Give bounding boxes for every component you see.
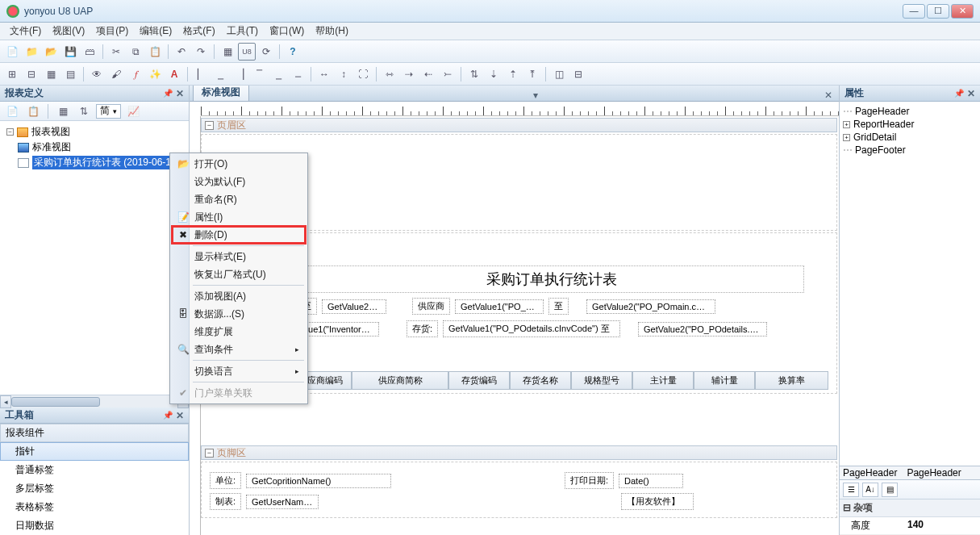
close-panel-icon[interactable]: ✕ [176,410,184,421]
maximize-button[interactable]: ☐ [927,4,949,19]
field-inventory-to[interactable]: GetValue2("PO_POdetails.c… [638,322,767,336]
foot-maker-label[interactable]: 制表: [210,493,241,510]
menu-tools[interactable]: 工具(T) [222,23,263,40]
collapse-icon[interactable]: − [6,128,14,136]
table2-icon[interactable]: ▤ [61,65,79,83]
foot-printdate-val[interactable]: Date() [619,474,683,488]
section-bar-footer[interactable]: − 页脚区 [201,445,837,460]
close-button[interactable]: ✕ [951,4,974,19]
foot-maker-val[interactable]: GetUserNam… [246,495,319,509]
menu-file[interactable]: 文件(F) [5,23,46,40]
pin-icon[interactable]: 📌 [954,89,964,98]
vspace-eq-icon[interactable]: ⇅ [465,65,483,83]
open-icon[interactable]: 📂 [42,43,60,61]
prop-alpha-icon[interactable]: A↓ [862,483,878,497]
menu-window[interactable]: 窗口(W) [265,23,309,40]
wand-icon[interactable]: ✨ [146,65,164,83]
ctx-item-查询条件[interactable]: 🔍查询条件▸ [172,341,306,358]
center-h-icon[interactable]: ◫ [550,65,568,83]
toolbox-item-multilabel[interactable]: 多层标签 [0,479,189,498]
table-icon[interactable]: ▦ [42,65,60,83]
center-v-icon[interactable]: ⊟ [569,65,587,83]
same-size-icon[interactable]: ⛶ [354,65,372,83]
del-row-icon[interactable]: ⊟ [23,65,40,83]
fn-icon[interactable]: 𝑓 [127,65,144,83]
collapse-icon[interactable]: − [205,449,214,458]
field-inventory-label[interactable]: 存货: [407,320,438,337]
prop-node-griddetail[interactable]: +GridDetail [843,131,977,144]
refresh-icon[interactable]: ⟳ [257,43,275,61]
scroll-thumb[interactable] [11,397,100,407]
prop-category-misc[interactable]: ⊟ 杂项 [840,499,980,517]
minimize-button[interactable]: — [903,4,925,19]
ctx-item-添加视图a[interactable]: 添加视图(A) [172,287,306,305]
lang-select[interactable]: 简 [96,104,121,119]
tree-node-po-stats[interactable]: 采购订单执行统计表 (2019-06-10 [3,155,186,170]
same-width-icon[interactable]: ↔ [315,65,333,83]
undo-icon[interactable]: ↶ [173,43,190,61]
col-inv-name[interactable]: 存货名称 [510,371,571,390]
ctx-item-打开o[interactable]: 📂打开(O) [172,155,306,173]
field-getvalue2[interactable]: GetValue2… [322,299,386,314]
vspace-dec-icon[interactable]: ⇡ [504,65,522,83]
prop-node-pageheader[interactable]: ⋯PageHeader [843,105,977,118]
save-icon[interactable]: 💾 [61,43,79,61]
ctx-item-重命名r[interactable]: 重命名(R) [172,190,306,208]
prop-node-reportheader[interactable]: +ReportHeader [843,118,977,131]
field-inventory-from[interactable]: GetValue1("PO_POdetails.cInvCode") 至 [443,320,620,337]
add-view-icon[interactable]: 📋 [24,102,42,120]
col-main-uom[interactable]: 主计量 [632,371,694,390]
u8-icon[interactable]: U8 [238,43,256,61]
paste-icon[interactable]: 📋 [146,43,164,61]
tab-standard-view[interactable]: 标准视图 [193,86,249,101]
align-center-h-icon[interactable]: ⎯ [211,65,229,83]
report-title-label[interactable]: 采购订单执行统计表 [298,265,804,293]
pin-icon[interactable]: 📌 [163,89,173,98]
help-icon[interactable]: ? [284,43,302,61]
chart-icon[interactable]: 📈 [124,102,142,120]
toolbox-item-pointer[interactable]: 指针 [0,442,189,461]
tree-hscrollbar[interactable]: ◂ ▸ [0,395,189,408]
hspace-eq-icon[interactable]: ⇿ [381,65,398,83]
collapse-icon[interactable]: − [205,121,214,130]
menu-view[interactable]: 视图(V) [48,23,90,40]
ctx-item-维度扩展[interactable]: 维度扩展 [172,323,306,341]
close-panel-icon[interactable]: ✕ [967,88,975,99]
redo-icon[interactable]: ↷ [192,43,210,61]
hspace-inc-icon[interactable]: ⇢ [400,65,418,83]
ctx-item-切换语言[interactable]: 切换语言▸ [172,362,306,380]
hspace-rm-icon[interactable]: ⤚ [439,65,457,83]
sort-icon[interactable]: ⇅ [75,102,93,120]
menu-project[interactable]: 项目(P) [91,23,133,40]
foot-unit-val[interactable]: GetCopritionName() [246,474,391,488]
scroll-left-icon[interactable]: ◂ [0,395,11,408]
brush-icon[interactable]: 🖌 [107,65,125,83]
page-footer-area[interactable]: 单位: GetCopritionName() 打印日期: Date() 制表: … [201,462,837,518]
close-panel-icon[interactable]: ✕ [176,88,184,99]
tab-close-icon[interactable]: ✕ [821,90,836,101]
align-middle-icon[interactable]: ⎯ [269,65,287,83]
tree-node-std-view[interactable]: 标准视图 [3,140,186,155]
foot-software[interactable]: 【用友软件】 [621,493,694,510]
align-top-icon[interactable]: ⎺ [250,65,268,83]
section-bar-header[interactable]: − 页眉区 [201,118,837,132]
ctx-item-恢复出厂格式u[interactable]: 恢复出厂格式(U) [172,265,306,283]
field-to-2[interactable]: 至 [548,298,569,315]
save-all-icon[interactable]: 🗃 [81,43,98,61]
align-right-icon[interactable]: ▕ [231,65,248,83]
new-icon[interactable]: 📄 [3,43,21,61]
toolbox-item-label[interactable]: 普通标签 [0,461,189,479]
foot-unit-label[interactable]: 单位: [210,472,241,489]
ctx-item-数据源s[interactable]: 🗄数据源...(S) [172,305,306,323]
toolbox-item-datedata[interactable]: 日期数据 [0,516,189,535]
col-inv-code[interactable]: 存货编码 [448,371,510,390]
layout-icon[interactable]: ▦ [54,102,72,120]
font-icon[interactable]: A [165,65,183,83]
toolbox-category[interactable]: 报表组件 [0,424,189,442]
vspace-inc-icon[interactable]: ⇣ [485,65,503,83]
new-folder-icon[interactable]: 📁 [23,43,40,61]
pin-icon[interactable]: 📌 [163,411,173,420]
prop-pages-icon[interactable]: ▤ [882,483,898,497]
toolbox-item-tablelabel[interactable]: 表格标签 [0,498,189,516]
grid-icon[interactable]: ▦ [219,43,236,61]
